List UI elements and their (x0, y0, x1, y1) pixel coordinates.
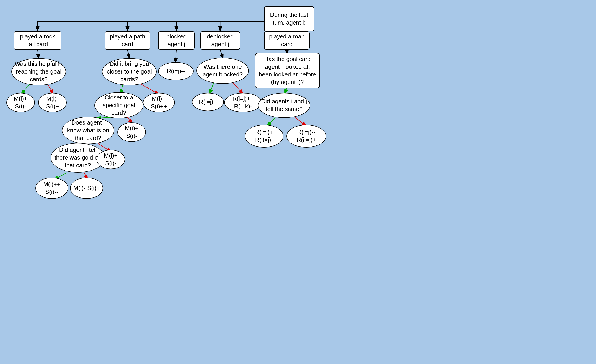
mapcard-node: played a map card (264, 31, 310, 50)
mipp-simm-node: M(i)++ S(i)-- (35, 178, 68, 199)
svg-line-5 (127, 50, 130, 59)
svg-line-6 (175, 50, 176, 63)
miplus-siminus-node: M(i)+ S(i)- (6, 93, 35, 112)
rijminus-rinotjplus-label: R(i=j)-- R(i!=j)+ (290, 128, 323, 144)
helpful-node: Was this helpful in reaching the goal ca… (11, 58, 66, 85)
pathcard-label: played a path card (108, 33, 147, 48)
miminus-sipp-label: M(i)-- S(i)++ (146, 95, 172, 110)
goallookedat-node: Has the goal card agent i looked at, bee… (255, 53, 320, 88)
goallookedat-label: Has the goal card agent i looked at, bee… (258, 55, 317, 86)
root-label: During the last turn, agent i: (267, 11, 311, 27)
miplus-siminus2-node: M(i)+ S(i)- (118, 122, 146, 142)
miplus-siminus3-label: M(i)+ S(i)- (100, 152, 122, 167)
rij-blocked-node: R(i=j)-- (158, 62, 194, 80)
oneblocked-node: Was there one agent blocked? (196, 58, 249, 84)
rijplus-rinotjminus-node: R(i=j)+ R(i!=j)- (245, 125, 283, 148)
blocked-label: blocked agent j (161, 33, 192, 48)
rijminus-rinotjplus-node: R(i=j)-- R(i!=j)+ (286, 125, 326, 148)
helpful-label: Was this helpful in reaching the goal ca… (15, 60, 63, 83)
rijplus-label: R(i=j)+ (199, 98, 217, 106)
bringyou-node: Did it bring you closer to the goal card… (102, 58, 157, 85)
miminus-siplus2-node: M(i)- S(i)+ (70, 178, 103, 199)
miminus-sipp-node: M(i)-- S(i)++ (143, 93, 175, 112)
rijpp-rikminus-label: R(i=j)++ R(i=k)- (227, 95, 259, 110)
closergoal-node: Closer to a specific goal card? (95, 92, 143, 118)
closergoal-label: Closer to a specific goal card? (98, 94, 140, 117)
svg-line-13 (209, 82, 214, 95)
mipp-simm-label: M(i)++ S(i)-- (38, 180, 65, 196)
miplus-siminus3-node: M(i)+ S(i)- (97, 150, 125, 169)
rockfall-node: played a rock fall card (14, 31, 61, 50)
root-node: During the last turn, agent i: (264, 6, 314, 31)
miminus-siplus-label: M(i)- S(i)+ (41, 95, 64, 110)
deblocked-node: deblocked agent j (200, 31, 240, 50)
miplus-siminus-label: M(i)+ S(i)- (10, 95, 32, 110)
oneblocked-label: Was there one agent blocked? (200, 63, 246, 79)
miplus-siminus2-label: M(i)+ S(i)- (121, 125, 143, 140)
svg-line-4 (37, 50, 39, 59)
rijplus-node: R(i=j)+ (192, 93, 224, 111)
mapcard-label: played a map card (267, 33, 306, 48)
agentknow-label: Does agent i know what is on that card? (65, 119, 111, 142)
agentknow-node: Does agent i know what is on that card? (62, 117, 114, 144)
miminus-siplus2-label: M(i)- S(i)+ (73, 184, 100, 192)
rockfall-label: played a rock fall card (17, 33, 58, 48)
tellagents-label: Did agents i and j tell the same? (261, 98, 307, 113)
miminus-siplus-node: M(i)- S(i)+ (38, 93, 67, 112)
bringyou-label: Did it bring you closer to the goal card… (105, 60, 153, 83)
goldtell-label: Did agent i tell there was gold on that … (54, 146, 102, 169)
rijplus-rinotjminus-label: R(i=j)+ R(i!=j)- (248, 128, 280, 144)
tellagents-node: Did agents i and j tell the same? (258, 93, 310, 118)
deblocked-label: deblocked agent j (203, 33, 237, 48)
rij-blocked-label: R(i=j)-- (167, 67, 185, 75)
pathcard-node: played a path card (105, 31, 150, 50)
blocked-node: blocked agent j (158, 31, 195, 50)
rijpp-rikminus-node: R(i=j)++ R(i=k)- (224, 93, 262, 112)
svg-line-14 (232, 82, 244, 95)
